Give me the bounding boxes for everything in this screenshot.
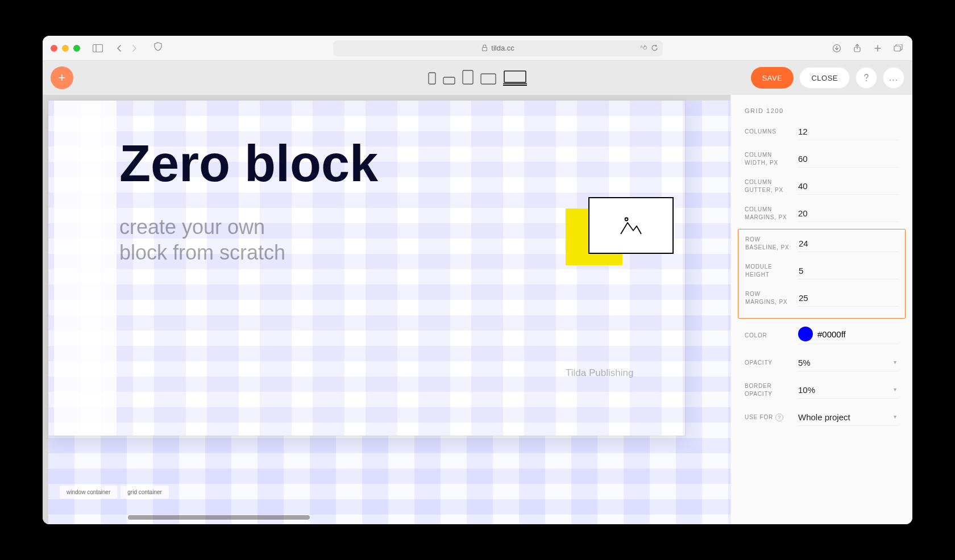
horizontal-scrollbar[interactable] xyxy=(128,515,310,520)
hero-title[interactable]: Zero block xyxy=(119,135,378,193)
prop-use-for-label: USE FOR? xyxy=(745,413,792,421)
device-tablet-portrait[interactable] xyxy=(462,70,474,86)
window-controls xyxy=(51,45,80,52)
prop-border-opacity-value[interactable]: 10% xyxy=(798,382,899,399)
svg-rect-6 xyxy=(429,73,435,84)
svg-rect-5 xyxy=(894,46,900,51)
close-window-icon[interactable] xyxy=(51,45,57,52)
new-tab-icon[interactable] xyxy=(871,42,884,55)
minimize-window-icon[interactable] xyxy=(62,45,69,52)
device-desktop[interactable] xyxy=(503,70,527,86)
prop-columns-label: COLUMNS xyxy=(745,128,792,136)
prop-columns-value[interactable]: 12 xyxy=(798,123,899,140)
image-placeholder[interactable] xyxy=(588,197,674,254)
properties-panel: GRID 1200 COLUMNS 12 COLUMN WIDTH, PX 60… xyxy=(730,95,912,524)
prop-color-label: COLOR xyxy=(745,332,792,340)
hero-subtitle[interactable]: create your own block from scratch xyxy=(119,214,285,265)
color-swatch[interactable] xyxy=(798,327,813,341)
label-grid-container[interactable]: grid container xyxy=(121,486,169,499)
svg-rect-7 xyxy=(443,77,455,84)
reload-icon[interactable] xyxy=(651,44,658,52)
device-phone-landscape[interactable] xyxy=(443,77,455,86)
prop-row-margins-label: ROW MARGINS, PX xyxy=(745,290,793,306)
privacy-shield-icon[interactable] xyxy=(152,40,164,53)
lock-icon xyxy=(481,44,488,52)
forward-button[interactable] xyxy=(128,42,140,55)
help-icon[interactable]: ? xyxy=(775,413,783,421)
label-window-container[interactable]: window container xyxy=(60,486,117,499)
browser-toolbar: tilda.cc ᴬ⥁ xyxy=(43,36,912,61)
device-picker xyxy=(428,70,527,86)
prop-col-gutter-value[interactable]: 40 xyxy=(798,178,899,195)
back-button[interactable] xyxy=(113,42,126,55)
svg-rect-10 xyxy=(504,71,526,82)
publisher-watermark: Tilda Publishing xyxy=(566,367,633,379)
prop-col-width-label: COLUMN WIDTH, PX xyxy=(745,151,792,167)
canvas[interactable]: Zero block create your own block from sc… xyxy=(43,95,730,524)
svg-point-12 xyxy=(866,80,867,81)
svg-rect-2 xyxy=(483,48,487,51)
prop-border-opacity-label: BORDER OPACITY xyxy=(745,382,792,398)
translate-icon[interactable]: ᴬ⥁ xyxy=(640,44,647,52)
prop-opacity-value[interactable]: 5% xyxy=(798,354,899,371)
container-labels: window container grid container xyxy=(60,486,169,499)
svg-point-13 xyxy=(625,218,628,221)
add-block-button[interactable]: + xyxy=(51,66,73,89)
prop-col-margins-label: COLUMN MARGINS, PX xyxy=(745,206,792,222)
prop-color-value[interactable]: #0000ff xyxy=(817,329,846,339)
prop-row-margins-value[interactable]: 25 xyxy=(799,290,898,307)
artboard[interactable]: Zero block create your own block from sc… xyxy=(48,101,685,436)
svg-rect-0 xyxy=(93,44,103,52)
prop-module-height-label: MODULE HEIGHT xyxy=(745,263,793,279)
device-tablet-landscape[interactable] xyxy=(480,73,496,86)
svg-rect-9 xyxy=(481,74,496,84)
highlighted-rows-section: ROW BASELINE, PX 24 MODULE HEIGHT 5 ROW … xyxy=(738,229,906,319)
maximize-window-icon[interactable] xyxy=(73,45,80,52)
sidebar-toggle-icon[interactable] xyxy=(92,42,104,55)
address-bar[interactable]: tilda.cc ᴬ⥁ xyxy=(333,40,663,56)
prop-col-gutter-label: COLUMN GUTTER, PX xyxy=(745,178,792,194)
nav-arrows xyxy=(113,42,140,55)
downloads-icon[interactable] xyxy=(831,42,843,55)
more-button[interactable]: ... xyxy=(883,67,904,89)
url-text: tilda.cc xyxy=(491,44,514,52)
close-button[interactable]: CLOSE xyxy=(799,67,850,89)
prop-opacity-label: OPACITY xyxy=(745,359,792,367)
main-area: Zero block create your own block from sc… xyxy=(43,95,912,524)
share-icon[interactable] xyxy=(851,42,863,55)
panel-title: GRID 1200 xyxy=(745,107,899,114)
prop-module-height-value[interactable]: 5 xyxy=(799,262,898,279)
app-window: tilda.cc ᴬ⥁ + xyxy=(43,36,912,524)
prop-col-margins-value[interactable]: 20 xyxy=(798,205,899,222)
editor-toolbar: + SAVE CLOSE ... xyxy=(43,61,912,95)
svg-rect-8 xyxy=(463,70,473,84)
prop-col-width-value[interactable]: 60 xyxy=(798,151,899,168)
prop-row-baseline-label: ROW BASELINE, PX xyxy=(745,236,793,252)
prop-row-baseline-value[interactable]: 24 xyxy=(799,235,898,252)
save-button[interactable]: SAVE xyxy=(751,67,794,89)
prop-use-for-value[interactable]: Whole project xyxy=(798,409,899,426)
tabs-overview-icon[interactable] xyxy=(892,42,904,55)
image-icon xyxy=(620,216,642,235)
help-button[interactable] xyxy=(856,67,877,89)
device-phone-portrait[interactable] xyxy=(428,72,436,86)
